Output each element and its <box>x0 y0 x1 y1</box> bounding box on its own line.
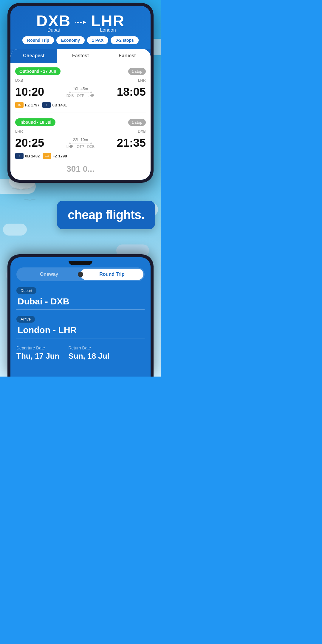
inbound-dots <box>44 143 117 144</box>
outbound-dots <box>44 92 117 93</box>
depart-value[interactable]: Dubai - DXB <box>16 296 145 310</box>
outbound-route: DXB - OTP - LHR <box>44 94 117 98</box>
outbound-airline2-code: 0B 1431 <box>52 103 67 107</box>
trip-type-selector[interactable]: Oneway Round Trip <box>16 267 145 281</box>
departure-date-col[interactable]: Departure Date Thu, 17 Jun <box>16 346 59 361</box>
inbound-route-labels: LHR DXB <box>10 129 151 134</box>
outbound-airline1-logo: dubai <box>15 102 24 108</box>
inbound-airline1-code: 0B 1432 <box>25 154 40 158</box>
inbound-airlines: ✈ 0B 1432 dubai FZ 1798 <box>10 152 151 161</box>
stops-pill[interactable]: 0-2 stops <box>111 36 138 44</box>
notch <box>69 261 92 265</box>
inbound-header: Inbound - 18 Jul 1 stop <box>10 114 151 129</box>
inbound-flight-row: 20:25 22h 10m LHR - OTP - DXB 21:35 <box>10 135 151 152</box>
outbound-airline2: ✈ 0B 1431 <box>42 102 67 108</box>
dest-code: LHR <box>91 12 125 30</box>
price-hint: 301 0... <box>10 161 151 174</box>
inbound-badge: Inbound - 18 Jul <box>15 118 55 126</box>
arrive-value[interactable]: London - LHR <box>16 325 145 338</box>
phone1-header: DXB Dubai LHR London <box>10 6 151 49</box>
arrive-field[interactable]: Arrive London - LHR <box>10 316 151 338</box>
inbound-airline2: dubai FZ 1798 <box>43 153 67 159</box>
phone-2: Oneway Round Trip Depart Dubai - DXB Arr… <box>7 254 154 377</box>
outbound-badge: Outbound - 17 Jun <box>15 67 61 75</box>
oneway-option[interactable]: Oneway <box>18 269 80 280</box>
inbound-airline1: ✈ 0B 1432 <box>15 153 40 159</box>
return-date-value: Sun, 18 Jul <box>68 352 109 361</box>
departure-date-value: Thu, 17 Jun <box>16 352 59 361</box>
plane-icon <box>74 18 87 27</box>
outbound-from-label: DXB <box>15 78 23 83</box>
inbound-depart-time: 20:25 <box>15 137 44 149</box>
outbound-duration: 10h 45m <box>44 86 117 91</box>
inbound-airline2-code: FZ 1798 <box>52 154 67 158</box>
depart-label: Depart <box>16 287 36 294</box>
tab-earliest[interactable]: Earliest <box>104 49 151 63</box>
tabs-row: Cheapest Fastest Earliest <box>10 49 151 63</box>
trip-type-pill[interactable]: Round Trip <box>22 36 54 44</box>
inbound-duration: 22h 10m <box>44 137 117 142</box>
cheap-flights-tagline: cheap flights. <box>68 208 144 222</box>
origin-code: DXB <box>36 12 71 30</box>
inbound-airline1-logo: ✈ <box>15 153 24 159</box>
inbound-stops: 1 stop <box>128 119 146 126</box>
outbound-airline2-logo: ✈ <box>42 102 51 108</box>
roundtrip-option[interactable]: Round Trip <box>80 269 143 280</box>
inbound-middle: 22h 10m LHR - OTP - DXB <box>44 137 117 149</box>
outbound-arrive-time: 18:05 <box>117 86 146 98</box>
inbound-airline2-logo: dubai <box>43 153 51 159</box>
inbound-arrive-time: 21:35 <box>117 137 146 149</box>
return-date-label: Return Date <box>68 346 109 350</box>
outbound-stops: 1 stop <box>128 68 146 75</box>
outbound-to-label: LHR <box>138 78 146 83</box>
inbound-route: LHR - OTP - DXB <box>44 145 117 149</box>
inbound-to-label: DXB <box>138 129 146 134</box>
outbound-airline1: dubai FZ 1797 <box>15 102 39 108</box>
depart-field[interactable]: Depart Dubai - DXB <box>10 287 151 310</box>
svg-point-0 <box>77 22 78 23</box>
cabin-pill[interactable]: Economy <box>56 36 85 44</box>
outbound-middle: 10h 45m DXB - OTP - LHR <box>44 86 117 98</box>
outbound-header: Outbound - 17 Jun 1 stop <box>10 63 151 78</box>
departure-date-label: Departure Date <box>16 346 59 350</box>
outbound-route-labels: DXB LHR <box>10 78 151 83</box>
cheap-flights-bubble: cheap flights. <box>57 201 155 229</box>
pax-pill[interactable]: 1 PAX <box>87 36 108 44</box>
outbound-airline1-code: FZ 1797 <box>25 103 39 107</box>
outbound-flight-row: 10:20 10h 45m DXB - OTP - LHR 18:05 <box>10 84 151 101</box>
arrive-label: Arrive <box>16 316 35 323</box>
inbound-from-label: LHR <box>15 129 23 134</box>
outbound-airlines: dubai FZ 1797 ✈ 0B 1431 <box>10 101 151 110</box>
trip-toggle-dot <box>78 272 83 277</box>
tab-fastest[interactable]: Fastest <box>57 49 104 63</box>
outbound-depart-time: 10:20 <box>15 86 44 98</box>
return-date-col[interactable]: Return Date Sun, 18 Jul <box>68 346 109 361</box>
dates-row: Departure Date Thu, 17 Jun Return Date S… <box>10 346 151 361</box>
tab-cheapest[interactable]: Cheapest <box>10 49 57 63</box>
phone2-notch <box>10 257 151 267</box>
phone-1: DXB Dubai LHR London <box>7 3 154 183</box>
results-card: Cheapest Fastest Earliest Outbound - 17 … <box>10 49 151 180</box>
middle-section: cheap flights. <box>0 180 161 245</box>
